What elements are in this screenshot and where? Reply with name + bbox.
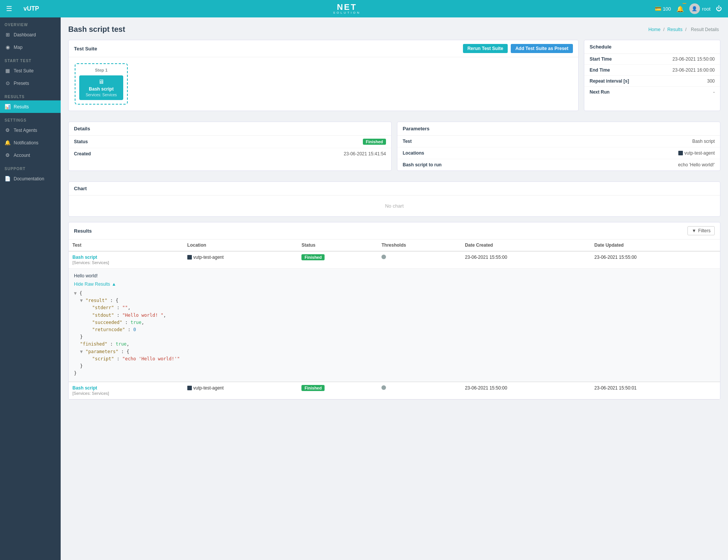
schedule-key-endtime: End Time: [590, 67, 610, 73]
results-card: Results ▼ Filters Test Location Status T…: [68, 222, 720, 400]
breadcrumb-current: Result Details: [691, 27, 719, 32]
sidebar-label-account: Account: [14, 153, 30, 158]
net-logo: NET SOLUTION: [333, 3, 361, 14]
main-content: Bash script test Home / Results / Result…: [61, 17, 728, 560]
collapse-parameters[interactable]: ▼: [80, 349, 83, 354]
col-test: Test: [69, 239, 184, 251]
step-box: Step 1 🖥 Bash script Services: Services: [75, 63, 128, 105]
table-cell-date-created-2: 23-06-2021 15:50:00: [461, 382, 590, 399]
location-agent-icon-1: [187, 255, 192, 260]
detail-val-created: 23-06-2021 15:41:54: [344, 151, 386, 156]
col-thresholds: Thresholds: [378, 239, 461, 251]
test-sub-1: [Services: Services]: [72, 260, 109, 265]
schedule-row-starttime: Start Time 23-06-2021 15:50:00: [584, 54, 720, 65]
schedule-val-starttime: 23-06-2021 15:50:00: [673, 56, 715, 62]
table-row-2: Bash script [Services: Services] vutp-te…: [69, 382, 720, 399]
table-header-row: Test Location Status Thresholds Date Cre…: [69, 239, 720, 251]
location-val-1: vutp-test-agent: [193, 255, 224, 260]
param-row-test: Test Bash script: [397, 136, 720, 147]
rerun-test-suite-button[interactable]: Rerun Test Suite: [463, 44, 508, 53]
hamburger-menu[interactable]: ☰: [6, 5, 12, 13]
page-header: Bash script test Home / Results / Result…: [68, 25, 720, 34]
hide-raw-results-link[interactable]: Hide Raw Results ▲: [74, 282, 715, 287]
table-cell-date-updated-2: 23-06-2021 15:50:01: [591, 382, 720, 399]
sidebar-item-results[interactable]: 📊 Results: [0, 100, 61, 113]
notifications-icon: 🔔: [5, 140, 11, 145]
table-cell-status-1: Finished: [298, 251, 378, 269]
schedule-key-nextrun: Next Run: [590, 89, 610, 95]
results-header: Results ▼ Filters: [69, 222, 720, 239]
main-layout: OVERVIEW ⊞ Dashboard ◉ Map START TEST ▦ …: [0, 17, 728, 560]
topnav-right: 💳 100 🔔 👤 root ⏻: [655, 3, 722, 14]
sidebar-section-support: SUPPORT: [0, 161, 61, 172]
param-row-locations: Locations vutp-test-agent: [397, 147, 720, 159]
chevron-up-icon: ▲: [111, 282, 116, 287]
collapse-root[interactable]: ▼: [74, 291, 77, 296]
col-status: Status: [298, 239, 378, 251]
sidebar-section-overview: OVERVIEW: [0, 17, 61, 28]
mid-row: Details Status Finished Created 23-06-20…: [68, 122, 720, 176]
dashboard-icon: ⊞: [5, 32, 11, 38]
sidebar-section-results: RESULTS: [0, 89, 61, 100]
filters-button[interactable]: ▼ Filters: [687, 226, 715, 235]
param-key-test: Test: [403, 139, 412, 144]
table-cell-date-updated-1: 23-06-2021 15:55:00: [591, 251, 720, 269]
detail-row-status: Status Finished: [69, 136, 391, 148]
sidebar-item-presets[interactable]: ⊙ Presets: [0, 77, 61, 89]
add-preset-button[interactable]: Add Test Suite as Preset: [511, 44, 573, 53]
param-key-script: Bash script to run: [403, 162, 442, 167]
breadcrumb-sep2: /: [685, 27, 688, 32]
sidebar-item-testsuite[interactable]: ▦ Test Suite: [0, 64, 61, 77]
schedule-val-endtime: 23-06-2021 16:00:00: [673, 67, 715, 73]
step-diagram: Step 1 🖥 Bash script Services: Services: [69, 57, 578, 111]
test-link-2[interactable]: Bash script: [72, 385, 180, 391]
sidebar-label-testagents: Test Agents: [14, 128, 37, 133]
sidebar-label-testsuite: Test Suite: [14, 68, 34, 74]
sidebar-item-map[interactable]: ◉ Map: [0, 41, 61, 53]
schedule-row-nextrun: Next Run -: [584, 87, 720, 97]
sidebar-label-dashboard: Dashboard: [14, 32, 36, 38]
details-label: Details: [69, 122, 391, 136]
sidebar-item-account[interactable]: ⚙ Account: [0, 149, 61, 161]
param-val-locations: vutp-test-agent: [678, 150, 715, 156]
notifications-bell[interactable]: 🔔: [676, 5, 684, 13]
step-inner-icon: 🖥: [98, 78, 104, 85]
testagents-icon: ⚙: [5, 127, 11, 133]
chart-label: Chart: [69, 182, 720, 196]
account-icon: ⚙: [5, 152, 11, 158]
schedule-key-interval: Repeat interval [s]: [590, 78, 629, 84]
test-suite-card: Test Suite Rerun Test Suite Add Test Sui…: [68, 40, 579, 111]
test-link-1[interactable]: Bash script: [72, 255, 180, 260]
detail-key-created: Created: [74, 151, 91, 156]
collapse-result[interactable]: ▼: [80, 298, 83, 303]
step-inner-label: Bash script: [89, 86, 113, 92]
schedule-label: Schedule: [584, 40, 720, 54]
sidebar-item-documentation[interactable]: 📄 Documentation: [0, 172, 61, 185]
col-location: Location: [184, 239, 298, 251]
status-badge: Finished: [363, 139, 386, 145]
brand-name: vUTP: [24, 5, 39, 12]
expanded-output: Hello world!: [74, 273, 715, 278]
testsuite-icon: ▦: [5, 68, 11, 74]
breadcrumb-results[interactable]: Results: [667, 27, 682, 32]
table-cell-location-1: vutp-test-agent: [184, 251, 298, 269]
sidebar: OVERVIEW ⊞ Dashboard ◉ Map START TEST ▦ …: [0, 17, 61, 560]
sidebar-item-dashboard[interactable]: ⊞ Dashboard: [0, 28, 61, 41]
sidebar-label-map: Map: [14, 45, 22, 50]
col-date-updated: Date Updated: [591, 239, 720, 251]
sidebar-item-notifications[interactable]: 🔔 Notifications: [0, 136, 61, 149]
power-icon[interactable]: ⏻: [716, 5, 722, 12]
param-val-script: echo 'Hello world!': [678, 162, 715, 167]
json-tree: ▼ { ▼ "result" : { "stderr" : "", "stdou…: [74, 290, 715, 377]
parameters-card: Parameters Test Bash script Locations vu…: [397, 122, 720, 171]
sidebar-section-settings: SETTINGS: [0, 113, 61, 124]
expanded-content: Hello world! Hide Raw Results ▲ ▼ { ▼ "r…: [69, 269, 720, 382]
schedule-row-interval: Repeat interval [s] 300: [584, 76, 720, 87]
breadcrumb-home[interactable]: Home: [648, 27, 661, 32]
sidebar-section-starttest: START TEST: [0, 53, 61, 64]
sidebar-label-notifications: Notifications: [14, 140, 38, 145]
sidebar-item-testagents[interactable]: ⚙ Test Agents: [0, 124, 61, 136]
schedule-val-interval: 300: [707, 78, 715, 84]
username: root: [702, 6, 711, 12]
documentation-icon: 📄: [5, 176, 11, 181]
